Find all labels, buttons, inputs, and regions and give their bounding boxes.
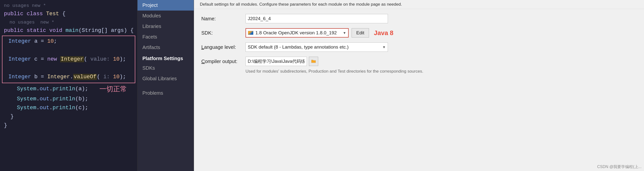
nav-item-global-libraries[interactable]: Global Libraries <box>138 73 194 84</box>
class-name-test: Test <box>46 11 62 17</box>
language-level-dropdown-arrow: ▼ <box>382 45 386 49</box>
nav-item-problems[interactable]: Problems <box>138 88 194 98</box>
nav-item-libraries[interactable]: Libraries <box>138 21 194 32</box>
name-input[interactable] <box>246 14 388 23</box>
sysout-a-row: System.out.println(a); 一切正常 <box>0 84 137 95</box>
sysout-b: System.out.println(b); <box>0 95 137 104</box>
sysout-c: System.out.println(c); <box>0 104 137 112</box>
class-declaration: public class Test { <box>0 9 137 18</box>
language-level-value: SDK default (8 - Lambdas, type annotatio… <box>248 44 349 50</box>
compiler-output-input[interactable] <box>246 57 307 66</box>
main-method-declaration: public static void main(String[] args) { <box>0 26 137 35</box>
nav-item-sdks[interactable]: SDKs <box>138 63 194 73</box>
sdk-controls: 1.8 Oracle OpenJDK version 1.8.0_192 ▼ E… <box>246 28 393 37</box>
compiler-output-controls <box>246 57 318 66</box>
keyword-class: class <box>26 11 46 17</box>
nav-item-modules[interactable]: Modules <box>138 10 194 21</box>
project-structure-nav: Project Modules Libraries Facets Artifac… <box>138 0 194 171</box>
compiler-help-text: Used for modules' subdirectories, Produc… <box>201 69 637 74</box>
name-row: Name: <box>201 14 637 23</box>
sdk-value-text: 1.8 Oracle OpenJDK version 1.8.0_192 <box>255 30 337 36</box>
java8-annotation: Java 8 <box>374 29 394 37</box>
sysout-a: System.out.println(a); <box>0 85 92 93</box>
language-level-row: Language level: SDK default (8 - Lambdas… <box>201 42 637 52</box>
name-label: Name: <box>201 16 246 21</box>
compiler-output-folder-button[interactable] <box>309 57 318 66</box>
compiler-output-row: Compiler output: <box>201 57 637 66</box>
sdk-dropdown[interactable]: 1.8 Oracle OpenJDK version 1.8.0_192 ▼ <box>246 28 349 37</box>
nav-item-artifacts[interactable]: Artifacts <box>138 42 194 53</box>
settings-form: Name: SDK: 1.8 Oracle OpenJDK version 1.… <box>194 9 644 81</box>
sdk-dropdown-arrow: ▼ <box>343 31 346 35</box>
nav-item-project[interactable]: Project <box>138 0 194 10</box>
watermark: CSDN @我要学编程(上... <box>597 164 642 170</box>
code-editor-panel: no usages new * public class Test { no u… <box>0 0 138 171</box>
sdk-label: SDK: <box>201 30 246 36</box>
hint-no-usages-2: no usages new * <box>0 19 137 26</box>
integer-c-line: Integer c = new Integer( value: 10); <box>4 55 133 64</box>
compiler-output-label: Compiler output: <box>201 59 246 64</box>
folder-icon <box>311 59 316 63</box>
keyword-public: public <box>4 11 26 17</box>
lang-level-label-text: Language level: <box>201 44 236 50</box>
highlighted-code-block: Integer a = 10; Integer c = new Integer(… <box>2 36 135 83</box>
close-class-brace: } <box>0 121 137 130</box>
project-settings-panel: Default settings for all modules. Config… <box>194 0 644 171</box>
language-level-label: Language level: <box>201 44 246 50</box>
settings-description: Default settings for all modules. Config… <box>194 0 644 9</box>
close-main-brace: } <box>0 112 137 121</box>
sdk-edit-button[interactable]: Edit <box>352 28 369 37</box>
nav-item-facets[interactable]: Facets <box>138 32 194 42</box>
sdk-folder-icon <box>248 31 254 35</box>
language-level-dropdown[interactable]: SDK default (8 - Lambdas, type annotatio… <box>246 42 388 52</box>
chinese-comment: 一切正常 <box>100 84 127 95</box>
integer-a-line: Integer a = 10; <box>4 37 133 46</box>
blank-line-2 <box>4 64 133 73</box>
sdk-row: SDK: 1.8 Oracle OpenJDK version 1.8.0_19… <box>201 28 637 37</box>
platform-settings-header: Platform Settings <box>138 53 194 63</box>
integer-b-line: Integer b = Integer.valueOf( i: 10); <box>4 73 133 81</box>
blank-line-1 <box>4 46 133 55</box>
hint-no-usages-1: no usages new * <box>0 2 137 9</box>
